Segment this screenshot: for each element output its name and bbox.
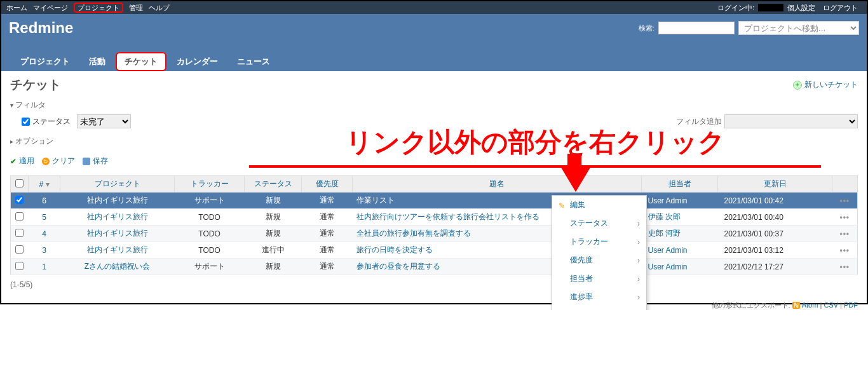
content: チケット + 新しいチケット フィルタ ステータス 未完了 フィルタ追加 オプシ…: [1, 71, 867, 303]
search-input[interactable]: [658, 22, 735, 34]
col-project[interactable]: プロジェクト: [95, 179, 140, 188]
nav-mypage[interactable]: マイページ: [33, 4, 68, 11]
row-checkbox[interactable]: [15, 245, 24, 254]
issue-id-link[interactable]: 3: [42, 246, 46, 255]
issue-id-link[interactable]: 1: [42, 262, 46, 271]
assignee-link[interactable]: User Admin: [648, 262, 688, 271]
cell-tracker: TODO: [175, 226, 245, 242]
cell-priority: 通常: [302, 209, 353, 226]
tab-issues[interactable]: チケット: [116, 52, 166, 71]
issues-table: # ▾ プロジェクト トラッカー ステータス 優先度 題名 担当者 更新日 6 …: [10, 175, 858, 275]
row-actions-icon[interactable]: •••: [839, 262, 850, 271]
filters-legend[interactable]: フィルタ: [10, 98, 858, 112]
new-issue-link[interactable]: + 新しいチケット: [793, 79, 858, 90]
row-checkbox[interactable]: [15, 229, 24, 237]
subject-link[interactable]: 参加者の昼食を用意する: [356, 262, 440, 271]
chevron-right-icon: ›: [637, 219, 640, 228]
table-row[interactable]: 1 Zさんの結婚祝い会 サポート 新規 通常 参加者の昼食を用意する User …: [11, 259, 858, 275]
nav-help[interactable]: ヘルプ: [149, 4, 170, 11]
row-actions-icon[interactable]: •••: [839, 246, 850, 255]
issue-id-link[interactable]: 6: [42, 196, 46, 205]
cell-updated: 2021/03/01 03:12: [718, 242, 832, 259]
nav-logout[interactable]: ログアウト: [823, 3, 858, 13]
row-checkbox[interactable]: [15, 212, 24, 221]
cell-updated: 2021/03/01 00:37: [718, 226, 832, 242]
chevron-right-icon: ›: [637, 293, 640, 302]
issue-id-link[interactable]: 5: [42, 213, 46, 222]
export-csv[interactable]: CSV: [824, 301, 838, 309]
chevron-right-icon: ›: [637, 238, 640, 247]
context-menu-item[interactable]: 担当者›: [552, 269, 646, 288]
context-menu-item[interactable]: 進捗率›: [552, 288, 646, 306]
cell-status: 進行中: [245, 242, 302, 259]
cell-updated: 2021/03/01 00:42: [718, 193, 832, 209]
col-subject[interactable]: 題名: [489, 179, 505, 188]
page-title: チケット: [10, 76, 61, 93]
nav-home[interactable]: ホーム: [6, 4, 27, 11]
select-all-checkbox[interactable]: [15, 179, 24, 187]
context-menu: ✎編集ステータス›トラッカー›優先度›担当者›進捗率›ウォッチャー›★ウォッチ⎘…: [552, 195, 647, 310]
assignee-link[interactable]: 史郎 河野: [648, 229, 681, 238]
tab-calendar[interactable]: カレンダー: [168, 52, 227, 71]
col-assignee[interactable]: 担当者: [668, 179, 691, 188]
row-actions-icon[interactable]: •••: [839, 229, 850, 238]
table-row[interactable]: 6 社内イギリス旅行 サポート 新規 通常 作業リスト User Admin 2…: [11, 193, 858, 209]
col-tracker[interactable]: トラッカー: [191, 179, 229, 188]
table-row[interactable]: 3 社内イギリス旅行 TODO 進行中 通常 旅行の日時を決定する User A…: [11, 242, 858, 259]
project-link[interactable]: 社内イギリス旅行: [87, 229, 148, 238]
filter-status-checkbox[interactable]: [22, 118, 30, 126]
tab-projects[interactable]: プロジェクト: [11, 52, 79, 71]
subject-link[interactable]: 社内旅行向けツアーを依頼する旅行会社リストを作る: [356, 212, 539, 221]
save-button[interactable]: 保存: [83, 156, 108, 166]
filter-status-operator[interactable]: 未完了: [77, 114, 131, 128]
context-menu-item[interactable]: ✎編集: [552, 196, 646, 214]
nav-projects[interactable]: プロジェクト: [74, 3, 123, 13]
row-actions-icon[interactable]: •••: [839, 196, 850, 205]
assignee-link[interactable]: User Admin: [648, 196, 688, 205]
col-priority[interactable]: 優先度: [316, 179, 339, 188]
export-pdf[interactable]: PDF: [844, 301, 858, 309]
issue-id-link[interactable]: 4: [42, 229, 46, 238]
row-actions-icon[interactable]: •••: [839, 213, 850, 222]
table-row[interactable]: 5 社内イギリス旅行 TODO 新規 通常 社内旅行向けツアーを依頼する旅行会社…: [11, 209, 858, 226]
project-link[interactable]: 社内イギリス旅行: [87, 212, 148, 221]
tab-news[interactable]: ニュース: [228, 52, 279, 71]
nav-admin[interactable]: 管理: [129, 4, 143, 11]
col-id[interactable]: #: [39, 180, 43, 189]
filter-status[interactable]: ステータス: [22, 116, 71, 127]
row-checkbox[interactable]: [15, 262, 24, 270]
project-link[interactable]: 社内イギリス旅行: [87, 245, 148, 254]
export-atom[interactable]: Atom: [802, 301, 818, 309]
col-status[interactable]: ステータス: [254, 179, 292, 188]
col-updated[interactable]: 更新日: [764, 179, 787, 188]
nav-my-account[interactable]: 個人設定: [787, 3, 815, 13]
tab-activity[interactable]: 活動: [80, 52, 114, 71]
save-icon: [83, 158, 90, 165]
subject-link[interactable]: 旅行の日時を決定する: [356, 245, 433, 254]
row-checkbox[interactable]: [15, 196, 24, 204]
table-row[interactable]: 4 社内イギリス旅行 TODO 新規 通常 全社員の旅行参加有無を調査する 史郎…: [11, 226, 858, 242]
chevron-right-icon: ›: [637, 256, 640, 265]
apply-button[interactable]: ✔適用: [10, 156, 34, 166]
annotation-arrow-stem: [567, 154, 581, 168]
subject-link[interactable]: 全社員の旅行参加有無を調査する: [356, 229, 471, 238]
context-menu-item[interactable]: ステータス›: [552, 214, 646, 233]
clear-button[interactable]: ↻クリア: [42, 156, 75, 166]
project-link[interactable]: Zさんの結婚祝い会: [85, 262, 150, 271]
project-jump-select[interactable]: プロジェクトへ移動...: [738, 21, 859, 35]
cell-priority: 通常: [302, 226, 353, 242]
assignee-link[interactable]: User Admin: [648, 246, 688, 255]
project-link[interactable]: 社内イギリス旅行: [87, 196, 148, 205]
context-menu-item[interactable]: トラッカー›: [552, 233, 646, 251]
subject-link[interactable]: 作業リスト: [356, 196, 395, 205]
cell-priority: 通常: [302, 193, 353, 209]
rss-icon: ℕ: [792, 302, 800, 309]
main-menu: プロジェクト 活動 チケット カレンダー ニュース: [9, 52, 859, 71]
context-menu-item[interactable]: ウォッチャー›: [552, 306, 646, 310]
context-menu-item[interactable]: 優先度›: [552, 251, 646, 269]
cell-status: 新規: [245, 193, 302, 209]
cell-tracker: TODO: [175, 209, 245, 226]
cell-tracker: TODO: [175, 242, 245, 259]
plus-icon: +: [793, 81, 802, 90]
assignee-link[interactable]: 伊藤 次郎: [648, 212, 681, 221]
